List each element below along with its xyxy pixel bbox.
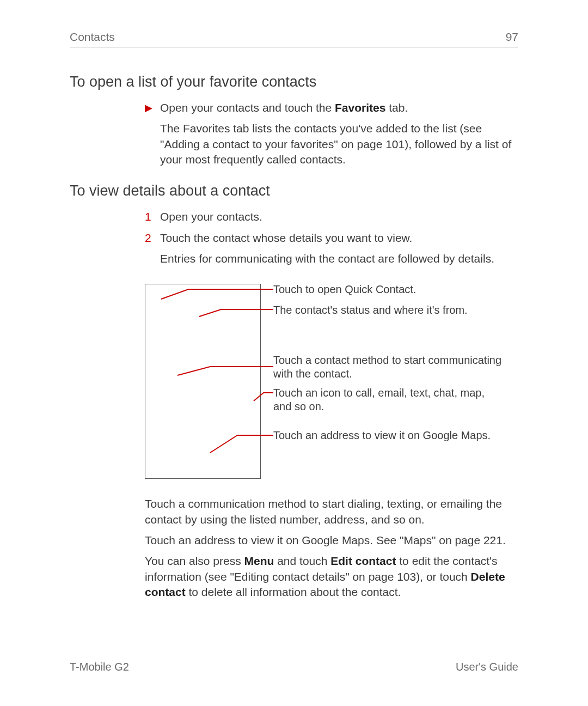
text: You can also press <box>145 555 244 567</box>
section-heading-view-details: To view details about a contact <box>70 182 518 199</box>
callout-action-icons: Touch an icon to call, email, text, chat… <box>273 386 502 413</box>
body-favorites: ▶ Open your contacts and touch the Favor… <box>145 100 518 167</box>
page: Contacts 97 To open a list of your favor… <box>0 0 588 706</box>
running-header: Contacts 97 <box>70 31 518 47</box>
favorites-tab-label: Favorites <box>335 101 385 114</box>
callout-status: The contact's status and where it's from… <box>273 303 468 317</box>
text: to delete all information about the cont… <box>186 586 401 598</box>
edit-contact-label: Edit contact <box>330 555 396 567</box>
text: Open your contacts and touch the <box>160 101 335 114</box>
after-p3: You can also press Menu and touch Edit c… <box>145 553 518 600</box>
step-2-detail: Entries for communicating with the conta… <box>160 251 518 266</box>
favorites-instruction: Open your contacts and touch the Favorit… <box>160 100 408 115</box>
header-left: Contacts <box>70 31 115 44</box>
footer-right: User's Guide <box>456 661 518 673</box>
step-number-1: 1 <box>145 209 160 224</box>
callout-address-maps: Touch an address to view it on Google Ma… <box>273 429 491 442</box>
phone-outline <box>145 284 261 479</box>
callout-quick-contact: Touch to open Quick Contact. <box>273 283 416 296</box>
text: tab. <box>385 101 408 114</box>
menu-label: Menu <box>244 555 274 567</box>
page-number: 97 <box>506 31 518 44</box>
contact-diagram: Touch to open Quick Contact. The contact… <box>145 278 504 485</box>
after-p2: Touch an address to view it on Google Ma… <box>145 533 518 548</box>
body-view-details: 1 Open your contacts. 2 Touch the contac… <box>145 209 518 600</box>
running-footer: T-Mobile G2 User's Guide <box>70 661 518 673</box>
footer-left: T-Mobile G2 <box>70 661 129 673</box>
callout-contact-method: Touch a contact method to start communic… <box>273 354 502 381</box>
step-1-text: Open your contacts. <box>160 209 262 224</box>
section-heading-favorites: To open a list of your favorite contacts <box>70 74 518 90</box>
step-2-text: Touch the contact whose details you want… <box>160 230 412 246</box>
bullet-arrow-icon: ▶ <box>145 100 160 115</box>
favorites-description: The Favorites tab lists the contacts you… <box>160 121 518 167</box>
after-p1: Touch a communication method to start di… <box>145 496 518 527</box>
step-number-2: 2 <box>145 230 160 246</box>
text: and touch <box>274 555 330 567</box>
